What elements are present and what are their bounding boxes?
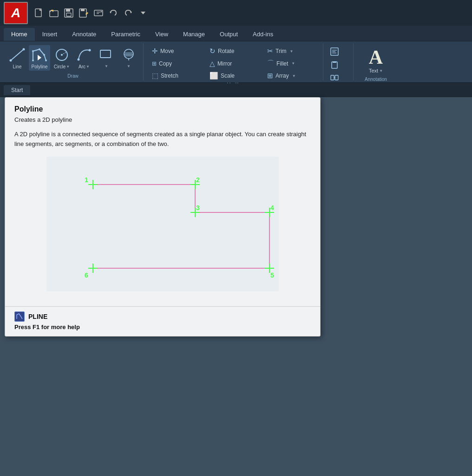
properties-button[interactable]	[326, 46, 349, 58]
svg-point-19	[23, 48, 25, 51]
arc-dropdown[interactable]: ▼	[86, 65, 90, 69]
fillet-label: Fillet	[276, 60, 288, 67]
circle-button[interactable]: Circle ▼	[51, 45, 72, 71]
svg-rect-5	[66, 9, 70, 12]
tab-addins[interactable]: Add-ins	[245, 28, 281, 41]
tab-annotate[interactable]: Annotate	[65, 28, 104, 41]
svg-rect-31	[100, 50, 111, 58]
modify-group: ✛ Move ↻ Rotate ✂ Trim ▼ ⊞ Copy	[144, 43, 323, 80]
copy-label: Copy	[159, 60, 172, 67]
rotate-label: Rotate	[218, 48, 234, 54]
tooltip-title: Polyline	[14, 105, 311, 113]
svg-point-28	[61, 54, 63, 56]
tooltip-footer: PLINE Press F1 for more help	[5, 306, 320, 336]
new-button[interactable]	[33, 7, 46, 20]
autocad-logo[interactable]: A	[4, 2, 28, 24]
ribbon-tabs: Home Insert Annotate Parametric View Man…	[0, 26, 472, 41]
save-button[interactable]	[62, 7, 75, 20]
svg-rect-3	[51, 10, 53, 11]
hatch-dropdown[interactable]: ▼	[127, 64, 131, 68]
matchprop-button[interactable]	[326, 72, 349, 84]
svg-text:5: 5	[270, 271, 274, 279]
svg-rect-6	[66, 13, 71, 16]
svg-point-32	[124, 49, 133, 59]
svg-marker-16	[141, 12, 145, 14]
svg-point-23	[43, 54, 45, 56]
move-icon: ✛	[152, 47, 158, 55]
svg-point-18	[10, 60, 12, 62]
fillet-dropdown[interactable]: ▼	[291, 61, 295, 66]
copy-button[interactable]: ⊞ Copy	[148, 59, 204, 68]
open-button[interactable]	[47, 7, 60, 20]
plot-button[interactable]	[92, 7, 105, 20]
arc-button[interactable]: Arc ▼	[73, 45, 95, 71]
tab-parametric[interactable]: Parametric	[104, 28, 148, 41]
trim-dropdown[interactable]: ▼	[290, 49, 294, 53]
move-label: Move	[160, 48, 174, 54]
tooltip-body: A 2D polyline is a connected sequence of…	[14, 130, 311, 149]
line-button[interactable]: Line	[7, 45, 28, 71]
line-label: Line	[13, 64, 22, 69]
circle-label: Circle	[54, 64, 66, 69]
redo-button[interactable]	[122, 7, 135, 20]
circle-dropdown[interactable]: ▼	[66, 65, 70, 69]
move-button[interactable]: ✛ Move	[148, 46, 204, 57]
hatch-button[interactable]: ▼	[118, 45, 139, 70]
scale-button[interactable]: ⬜ Scale	[206, 70, 262, 81]
rotate-button[interactable]: ↻ Rotate	[206, 46, 262, 57]
draw-tools: Line Polyline	[7, 44, 139, 73]
text-button[interactable]: A Text ▼	[362, 46, 390, 75]
array-dropdown[interactable]: ▼	[292, 74, 296, 78]
tooltip-subtitle: Creates a 2D polyline	[14, 116, 311, 123]
title-bar-icons	[33, 7, 150, 20]
svg-point-21	[32, 50, 34, 52]
saveas-button[interactable]	[77, 7, 90, 20]
clipboard-button[interactable]	[326, 59, 349, 71]
trim-button[interactable]: ✂ Trim ▼	[263, 46, 319, 57]
toolbar-dropdown[interactable]	[137, 7, 150, 20]
svg-point-20	[32, 60, 34, 61]
text-label: Text	[369, 68, 378, 73]
tab-output[interactable]: Output	[212, 28, 245, 41]
copy-icon: ⊞	[152, 60, 157, 67]
tab-manage[interactable]: Manage	[176, 28, 212, 41]
svg-rect-44	[335, 75, 338, 80]
tab-insert[interactable]: Insert	[35, 28, 65, 41]
array-icon: ⊞	[267, 72, 273, 80]
svg-text:3: 3	[196, 204, 200, 212]
start-tab[interactable]: Start	[4, 85, 30, 95]
draw-group: Line Polyline	[3, 43, 144, 80]
svg-rect-46	[46, 157, 279, 291]
stretch-icon: ⬚	[152, 72, 158, 80]
svg-point-22	[39, 48, 40, 50]
svg-point-24	[45, 60, 47, 61]
stretch-button[interactable]: ⬚ Stretch	[148, 70, 204, 81]
svg-text:6: 6	[85, 271, 88, 279]
array-button[interactable]: ⊞ Array ▼	[263, 70, 319, 81]
text-group-label: Annotation	[365, 77, 387, 82]
draw-group-label: Draw	[7, 73, 139, 79]
tab-view[interactable]: View	[148, 28, 176, 41]
rotate-icon: ↻	[210, 47, 216, 55]
svg-marker-14	[110, 12, 111, 13]
footer-help: Press F1 for more help	[14, 324, 311, 331]
content-area: Start Polyline Creates a 2D polyline A 2…	[0, 83, 472, 476]
text-dropdown[interactable]: ▼	[379, 69, 383, 73]
fillet-button[interactable]: ⌒ Fillet ▼	[263, 58, 319, 69]
trim-label: Trim	[275, 48, 287, 54]
command-name: PLINE	[28, 313, 47, 320]
arc-label: Arc	[79, 64, 85, 69]
polyline-diagram: 1 2 3	[46, 157, 279, 291]
svg-rect-41	[332, 62, 337, 68]
scale-label: Scale	[221, 73, 235, 79]
polyline-label: Polyline	[31, 64, 47, 69]
stretch-label: Stretch	[161, 73, 178, 79]
mirror-button[interactable]: △ Mirror	[206, 58, 262, 69]
svg-rect-2	[50, 11, 58, 17]
rectangle-button[interactable]: ▼	[96, 45, 117, 70]
undo-button[interactable]	[107, 7, 120, 20]
rectangle-dropdown[interactable]: ▼	[105, 64, 108, 68]
tab-home[interactable]: Home	[4, 28, 35, 41]
mirror-label: Mirror	[217, 60, 232, 67]
polyline-button[interactable]: Polyline	[29, 45, 50, 71]
